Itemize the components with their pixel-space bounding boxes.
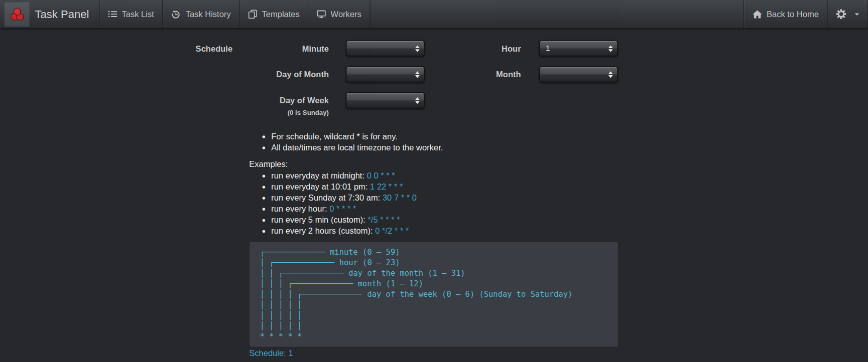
minute-select[interactable] [346, 40, 425, 56]
schedule-notes-list: For schedule, wildcard * is for any. All… [249, 131, 443, 153]
cron-format-diagram: ┌───────────── minute (0 – 59) │ ┌──────… [249, 242, 618, 347]
select-arrows-icon [608, 45, 613, 52]
hour-label: Hour [443, 44, 521, 53]
task-history-icon [171, 9, 181, 19]
page-canvas: Task Panel Task List [0, 0, 868, 362]
back-to-home-button[interactable]: Back to Home [743, 0, 827, 28]
example-cron-code: 1 22 * * * [370, 182, 403, 192]
brand-block: Task Panel [0, 0, 99, 28]
day-of-week-select[interactable] [346, 92, 425, 108]
example-item: run every hour: 0 * * * * [271, 204, 417, 215]
workers-icon [317, 10, 326, 19]
schedule-summary: Schedule: 1 [249, 348, 293, 358]
nav-item-label: Task List [121, 10, 154, 19]
select-arrows-icon [415, 71, 420, 78]
back-to-home-label: Back to Home [767, 10, 819, 19]
example-text: run everyday at 10:01 pm: [271, 182, 370, 192]
hex-cluster-logo-icon [9, 7, 25, 22]
home-icon [752, 10, 762, 19]
day-of-week-label: Day of Week [252, 96, 329, 105]
nav-item-workers[interactable]: Workers [308, 0, 370, 28]
app-logo [5, 2, 30, 27]
example-text: run every Sunday at 7:30 am: [271, 193, 383, 203]
nav-item-label: Task History [186, 10, 231, 19]
chevron-down-icon [855, 13, 859, 15]
note-item: For schedule, wildcard * is for any. [271, 131, 443, 142]
nav-item-templates[interactable]: Templates [239, 0, 308, 28]
example-item: run everyday at 10:01 pm: 1 22 * * * [271, 182, 417, 193]
select-arrows-icon [415, 45, 420, 52]
example-item: run every 2 hours (custom): 0 */2 * * * [271, 226, 417, 237]
example-text: run every hour: [271, 204, 329, 214]
nav-item-label: Templates [262, 10, 299, 19]
navbar: Task Panel Task List [0, 0, 868, 29]
app-title[interactable]: Task Panel [35, 0, 99, 29]
nav-item-label: Workers [331, 10, 361, 19]
minute-label: Minute [252, 44, 329, 53]
month-label: Month [443, 70, 521, 79]
examples-list: run everyday at midnight: 0 0 * * * run … [249, 170, 417, 237]
day-of-month-label: Day of Month [252, 70, 329, 79]
day-of-week-note: (0 is Sunday) [252, 108, 329, 117]
day-of-month-select[interactable] [346, 66, 425, 82]
example-cron-code: */5 * * * * [367, 215, 400, 225]
example-cron-code: 0 0 * * * [367, 171, 395, 180]
select-arrows-icon [415, 97, 420, 104]
nav-item-task-list[interactable]: Task List [99, 0, 162, 28]
example-text: run every 2 hours (custom): [271, 226, 375, 236]
example-text: run everyday at midnight: [271, 171, 366, 180]
example-cron-code: 0 */2 * * * [375, 226, 409, 236]
example-item: run every Sunday at 7:30 am: 30 7 * * 0 [271, 193, 417, 204]
note-item: All date/times are local timezone to the… [271, 142, 443, 153]
templates-icon [248, 10, 258, 19]
hour-select[interactable]: 1 [539, 40, 618, 56]
schedule-section-label: Schedule [139, 44, 232, 53]
gear-icon [836, 9, 846, 20]
example-text: run every 5 min (custom): [271, 215, 367, 225]
hour-select-value: 1 [546, 44, 550, 53]
example-cron-code: 30 7 * * 0 [383, 193, 417, 203]
navbar-right: Back to Home [743, 0, 868, 28]
month-select[interactable] [539, 66, 618, 82]
example-item: run every 5 min (custom): */5 * * * * [271, 215, 417, 226]
examples-heading: Examples: [249, 159, 288, 169]
nav-item-task-history[interactable]: Task History [162, 0, 239, 28]
task-list-icon [108, 10, 117, 19]
settings-menu-button[interactable] [827, 0, 868, 28]
example-cron-code: 0 * * * * [329, 204, 356, 214]
main-nav: Task List Task History [99, 0, 370, 28]
select-arrows-icon [608, 71, 613, 78]
example-item: run everyday at midnight: 0 0 * * * [271, 170, 417, 182]
